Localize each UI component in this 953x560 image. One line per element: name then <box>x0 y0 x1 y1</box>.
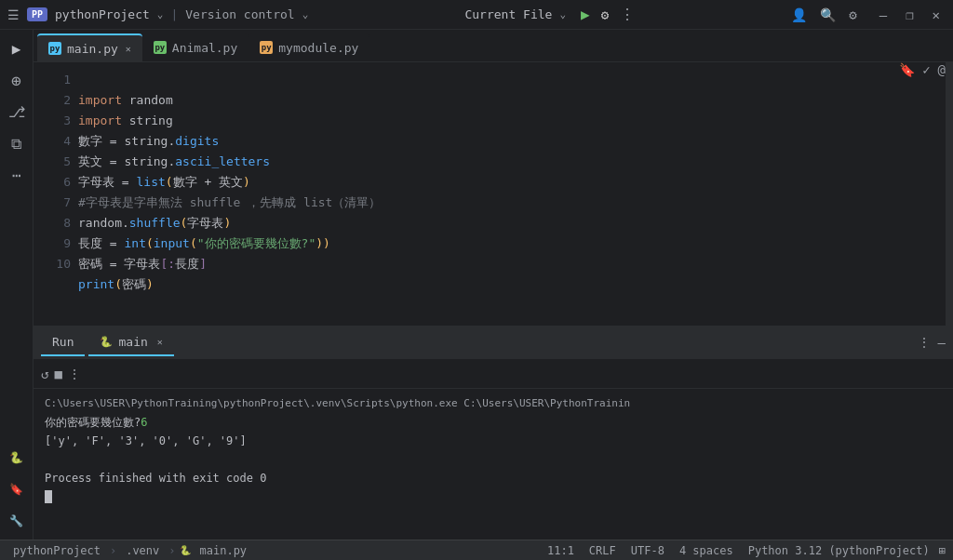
line-numbers: 1 2 3 4 5 6 7 8 9 10 <box>34 62 78 326</box>
main-tab-label: main <box>118 335 147 349</box>
mymodule-py-icon: py <box>260 41 273 54</box>
tab-bar: py main.py ✕ py Animal.py py mymodule.py <box>34 30 953 62</box>
restart-toolbar-icon[interactable]: ↺ <box>41 367 48 381</box>
term-cursor-line <box>45 487 942 506</box>
main-py-icon: py <box>48 42 61 55</box>
bottom-panel-toolbar: ↺ ■ ⋮ <box>34 359 953 389</box>
main-py-label: main.py <box>67 42 118 56</box>
git-activity-icon[interactable]: ⎇ <box>2 97 32 127</box>
python-activity-icon[interactable]: 🐍 <box>2 443 32 473</box>
settings-activity-icon[interactable]: 🔧 <box>2 506 32 536</box>
close-button[interactable]: ✕ <box>927 7 946 22</box>
panel-more-icon[interactable]: ⋮ <box>918 335 931 350</box>
code-content[interactable]: import random import string 數字 = string.… <box>78 62 946 326</box>
titlebar: ☰ PP pythonProject ⌄ | Version control ⌄… <box>0 0 953 30</box>
term-input-value: 6 <box>141 416 147 429</box>
activity-bar: ▶ ⊕ ⎇ ⧉ ⋯ 🐍 🔖 🔧 <box>0 30 34 540</box>
run-activity-icon[interactable]: ▶ <box>2 33 32 63</box>
breadcrumb-venv[interactable]: .venv <box>120 544 165 557</box>
term-output-line: ['y', 'F', '3', '0', 'G', '9'] <box>45 432 942 450</box>
stop-toolbar-icon[interactable]: ■ <box>54 367 61 381</box>
code-editor[interactable]: 1 2 3 4 5 6 7 8 9 10 import random impor… <box>34 62 953 326</box>
term-path: C:\Users\USER\PythonTraining\pythonProje… <box>45 394 942 413</box>
breadcrumb-project[interactable]: pythonProject <box>7 544 106 557</box>
status-position[interactable]: 11:1 <box>542 544 580 557</box>
panel-minimize-icon[interactable]: — <box>938 335 946 350</box>
version-control-btn[interactable]: Version control <box>185 7 294 21</box>
main-tab[interactable]: 🐍 main ✕ <box>88 328 173 356</box>
bottom-panel-header: Run 🐍 main ✕ ⋮ — <box>34 327 953 359</box>
animal-py-label: Animal.py <box>172 41 237 55</box>
bottom-panel: Run 🐍 main ✕ ⋮ — ↺ ■ ⋮ C:\Users\USE <box>34 326 953 540</box>
main-layout: ▶ ⊕ ⎇ ⧉ ⋯ 🐍 🔖 🔧 py main.py ✕ py Animal.p… <box>0 30 953 540</box>
tab-mymodule-py[interactable]: py mymodule.py <box>248 33 369 61</box>
status-indent[interactable]: 4 spaces <box>674 544 739 557</box>
status-encoding[interactable]: UTF-8 <box>625 544 670 557</box>
breadcrumb-file[interactable]: main.py <box>195 544 253 557</box>
debug-button[interactable]: ⚙ <box>601 7 609 22</box>
layers-activity-icon[interactable]: ⧉ <box>2 128 32 158</box>
expand-icon[interactable]: ⊞ <box>939 544 946 557</box>
search-activity-icon[interactable]: ⊕ <box>2 65 32 95</box>
project-name[interactable]: pythonProject <box>55 7 150 21</box>
status-bar: pythonProject › .venv › 🐍 main.py 11:1 C… <box>0 540 953 560</box>
current-file-chevron[interactable]: ⌄ <box>559 8 566 20</box>
search-icon[interactable]: 🔍 <box>820 7 836 22</box>
breadcrumb-sep1: › <box>110 544 116 557</box>
more-activity-icon[interactable]: ⋯ <box>2 160 32 190</box>
editor-container: py main.py ✕ py Animal.py py mymodule.py… <box>34 30 953 540</box>
main-tab-close[interactable]: ✕ <box>157 337 163 347</box>
more-options-button[interactable]: ⋮ <box>620 6 635 23</box>
panel-controls: ⋮ — <box>918 335 946 350</box>
term-empty-line <box>45 450 942 469</box>
editor-toolbar: 🔖 ✓ @ <box>899 62 946 77</box>
user-icon[interactable]: 👤 <box>791 7 807 22</box>
term-cursor <box>45 490 52 503</box>
term-prompt-line: 你的密碼要幾位數?6 <box>45 413 942 432</box>
check-tool-icon[interactable]: ✓ <box>922 62 930 77</box>
bookmark-activity-icon[interactable]: 🔖 <box>2 474 32 504</box>
at-tool-icon[interactable]: @ <box>938 62 946 77</box>
settings-icon[interactable]: ⚙ <box>849 7 856 22</box>
run-tab-label: Run <box>52 335 74 349</box>
restore-button[interactable]: ❐ <box>900 7 919 22</box>
main-tab-icon: 🐍 <box>100 336 113 348</box>
status-python-version[interactable]: Python 3.12 (pythonProject) <box>743 544 935 557</box>
vertical-scrollbar[interactable] <box>946 62 953 326</box>
tab-main-py[interactable]: py main.py ✕ <box>37 33 142 61</box>
current-file-label[interactable]: Current File <box>464 7 552 21</box>
app-logo: PP <box>27 7 47 21</box>
toolbar-more-icon[interactable]: ⋮ <box>68 367 81 381</box>
separator: | <box>170 7 178 21</box>
status-line-ending[interactable]: CRLF <box>584 544 622 557</box>
minimize-button[interactable]: — <box>874 7 893 22</box>
main-py-close[interactable]: ✕ <box>126 44 131 54</box>
vc-chevron[interactable]: ⌄ <box>302 8 309 20</box>
breadcrumb-file-icon: 🐍 <box>180 545 191 555</box>
project-chevron[interactable]: ⌄ <box>157 8 164 20</box>
bookmark-tool-icon[interactable]: 🔖 <box>899 62 915 77</box>
terminal-output[interactable]: C:\Users\USER\PythonTraining\pythonProje… <box>34 389 953 540</box>
mymodule-py-label: mymodule.py <box>278 41 358 55</box>
run-button[interactable]: ▶ <box>581 6 590 23</box>
breadcrumb-sep2: › <box>168 544 175 557</box>
app-icon: ☰ <box>7 7 20 22</box>
tab-animal-py[interactable]: py Animal.py <box>142 33 248 61</box>
run-tab[interactable]: Run <box>41 328 85 356</box>
term-finish-line: Process finished with exit code 0 <box>45 469 942 487</box>
term-prompt: 你的密碼要幾位數? <box>45 416 141 429</box>
animal-py-icon: py <box>154 41 167 54</box>
breadcrumb: pythonProject › .venv › 🐍 main.py <box>7 544 252 557</box>
